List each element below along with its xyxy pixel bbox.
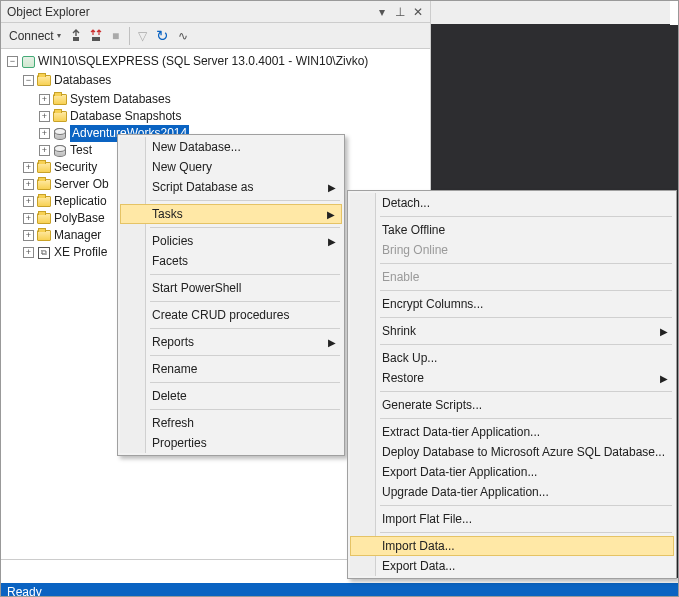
- menu-new-database[interactable]: New Database...: [120, 137, 342, 157]
- menu-facets[interactable]: Facets: [120, 251, 342, 271]
- menu-script-database-as[interactable]: Script Database as▶: [120, 177, 342, 197]
- menu-separator: [380, 317, 672, 318]
- folder-icon: [36, 73, 52, 89]
- toolbar-separator: [129, 27, 130, 45]
- expand-icon[interactable]: +: [39, 94, 50, 105]
- menu-start-powershell[interactable]: Start PowerShell: [120, 278, 342, 298]
- refresh-icon[interactable]: ↻: [154, 27, 172, 45]
- menu-upgrade-dta[interactable]: Upgrade Data-tier Application...: [350, 482, 674, 502]
- menu-enable: Enable: [350, 267, 674, 287]
- expand-icon[interactable]: +: [23, 230, 34, 241]
- submenu-arrow-icon: ▶: [660, 373, 668, 384]
- menu-properties[interactable]: Properties: [120, 433, 342, 453]
- menu-import-flat-file[interactable]: Import Flat File...: [350, 509, 674, 529]
- tasks-submenu[interactable]: Detach... Take Offline Bring Online Enab…: [347, 190, 677, 579]
- menu-separator: [380, 532, 672, 533]
- disconnect-icon[interactable]: [67, 27, 85, 45]
- expand-icon[interactable]: +: [23, 196, 34, 207]
- menu-separator: [380, 418, 672, 419]
- status-text: Ready: [7, 585, 42, 597]
- menu-deploy-azure[interactable]: Deploy Database to Microsoft Azure SQL D…: [350, 442, 674, 462]
- tree-database-snapshots[interactable]: + Database Snapshots: [39, 108, 428, 125]
- svg-rect-0: [73, 37, 79, 41]
- folder-icon: [36, 160, 52, 176]
- panel-title: Object Explorer: [5, 5, 374, 19]
- menu-reports[interactable]: Reports▶: [120, 332, 342, 352]
- xe-icon: ⧉: [36, 245, 52, 261]
- submenu-arrow-icon: ▶: [328, 337, 336, 348]
- menu-tasks[interactable]: Tasks▶: [120, 204, 342, 224]
- database-icon: [52, 126, 68, 142]
- menu-separator: [150, 200, 340, 201]
- window-position-icon[interactable]: ▾: [374, 4, 390, 20]
- menu-generate-scripts[interactable]: Generate Scripts...: [350, 395, 674, 415]
- menu-shrink[interactable]: Shrink▶: [350, 321, 674, 341]
- folder-icon: [36, 228, 52, 244]
- menu-separator: [380, 290, 672, 291]
- close-icon[interactable]: ✕: [410, 4, 426, 20]
- menu-rename[interactable]: Rename: [120, 359, 342, 379]
- menu-take-offline[interactable]: Take Offline: [350, 220, 674, 240]
- database-icon: [52, 143, 68, 159]
- expand-icon[interactable]: +: [23, 179, 34, 190]
- panel-header: Object Explorer ▾ ⊥ ✕: [1, 1, 430, 23]
- menu-restore[interactable]: Restore▶: [350, 368, 674, 388]
- folder-icon: [52, 92, 68, 108]
- menu-separator: [380, 344, 672, 345]
- expand-icon[interactable]: +: [23, 213, 34, 224]
- menu-encrypt-columns[interactable]: Encrypt Columns...: [350, 294, 674, 314]
- menu-new-query[interactable]: New Query: [120, 157, 342, 177]
- menu-bring-online: Bring Online: [350, 240, 674, 260]
- expand-icon[interactable]: +: [39, 128, 50, 139]
- menu-separator: [380, 505, 672, 506]
- menu-extract-dta[interactable]: Extract Data-tier Application...: [350, 422, 674, 442]
- status-bar: Ready: [1, 583, 678, 597]
- pin-icon[interactable]: ⊥: [392, 4, 408, 20]
- folder-icon: [36, 177, 52, 193]
- menu-separator: [150, 409, 340, 410]
- collapse-icon[interactable]: −: [23, 75, 34, 86]
- svg-rect-1: [92, 37, 100, 41]
- stop-icon[interactable]: ■: [107, 27, 125, 45]
- chevron-down-icon: ▾: [57, 31, 61, 40]
- menu-export-dta[interactable]: Export Data-tier Application...: [350, 462, 674, 482]
- menu-separator: [380, 391, 672, 392]
- menu-delete[interactable]: Delete: [120, 386, 342, 406]
- activity-monitor-icon[interactable]: ∿: [174, 27, 192, 45]
- submenu-arrow-icon: ▶: [328, 182, 336, 193]
- menu-refresh[interactable]: Refresh: [120, 413, 342, 433]
- submenu-arrow-icon: ▶: [660, 326, 668, 337]
- expand-icon[interactable]: +: [23, 162, 34, 173]
- connect-button[interactable]: Connect▾: [5, 27, 65, 45]
- menu-separator: [150, 274, 340, 275]
- toolbar: Connect▾ ■ ▽ ↻ ∿: [1, 23, 430, 49]
- menu-separator: [150, 328, 340, 329]
- server-icon: [20, 54, 36, 70]
- expand-icon[interactable]: +: [39, 145, 50, 156]
- folder-icon: [36, 211, 52, 227]
- document-tab-strip: [431, 1, 670, 25]
- expand-icon[interactable]: +: [23, 247, 34, 258]
- menu-separator: [150, 301, 340, 302]
- menu-import-data[interactable]: Import Data...: [350, 536, 674, 556]
- expand-icon[interactable]: +: [39, 111, 50, 122]
- menu-separator: [150, 355, 340, 356]
- menu-separator: [380, 216, 672, 217]
- tree-system-databases[interactable]: + System Databases: [39, 91, 428, 108]
- folder-icon: [36, 194, 52, 210]
- collapse-icon[interactable]: −: [7, 56, 18, 67]
- submenu-arrow-icon: ▶: [327, 209, 335, 220]
- menu-export-data[interactable]: Export Data...: [350, 556, 674, 576]
- database-context-menu[interactable]: New Database... New Query Script Databas…: [117, 134, 345, 456]
- menu-policies[interactable]: Policies▶: [120, 231, 342, 251]
- disconnect-all-icon[interactable]: [87, 27, 105, 45]
- submenu-arrow-icon: ▶: [328, 236, 336, 247]
- menu-detach[interactable]: Detach...: [350, 193, 674, 213]
- menu-separator: [380, 263, 672, 264]
- menu-create-crud[interactable]: Create CRUD procedures: [120, 305, 342, 325]
- menu-back-up[interactable]: Back Up...: [350, 348, 674, 368]
- folder-icon: [52, 109, 68, 125]
- menu-separator: [150, 382, 340, 383]
- filter-icon[interactable]: ▽: [134, 27, 152, 45]
- menu-separator: [150, 227, 340, 228]
